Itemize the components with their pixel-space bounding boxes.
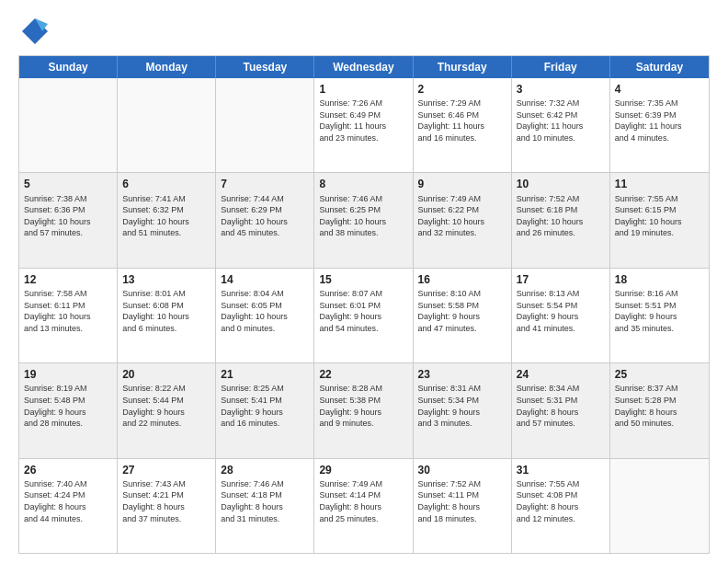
calendar-cell: 16Sunrise: 8:10 AM Sunset: 5:58 PM Dayli…	[414, 269, 512, 362]
calendar-cell: 19Sunrise: 8:19 AM Sunset: 5:48 PM Dayli…	[19, 363, 118, 457]
day-number: 25	[615, 367, 704, 382]
day-number: 18	[615, 272, 704, 287]
calendar-cell: 8Sunrise: 7:46 AM Sunset: 6:25 PM Daylig…	[314, 173, 413, 267]
day-number: 1	[319, 82, 407, 97]
cell-info: Sunrise: 8:31 AM Sunset: 5:34 PM Dayligh…	[418, 383, 506, 429]
day-number: 12	[24, 272, 112, 287]
calendar-cell: 27Sunrise: 7:43 AM Sunset: 4:21 PM Dayli…	[118, 459, 216, 553]
calendar-cell: 14Sunrise: 8:04 AM Sunset: 6:05 PM Dayli…	[216, 269, 314, 362]
calendar-cell: 5Sunrise: 7:38 AM Sunset: 6:36 PM Daylig…	[19, 173, 118, 267]
weekday-header: Monday	[118, 56, 216, 78]
cell-info: Sunrise: 7:55 AM Sunset: 6:15 PM Dayligh…	[615, 193, 704, 239]
day-number: 20	[122, 367, 210, 382]
calendar-cell: 29Sunrise: 7:49 AM Sunset: 4:14 PM Dayli…	[314, 459, 413, 553]
day-number: 23	[418, 367, 506, 382]
calendar-cell: 23Sunrise: 8:31 AM Sunset: 5:34 PM Dayli…	[414, 363, 512, 457]
calendar-row: 19Sunrise: 8:19 AM Sunset: 5:48 PM Dayli…	[19, 363, 709, 458]
cell-info: Sunrise: 7:58 AM Sunset: 6:11 PM Dayligh…	[24, 288, 112, 334]
calendar-row: 12Sunrise: 7:58 AM Sunset: 6:11 PM Dayli…	[19, 269, 709, 363]
cell-info: Sunrise: 8:16 AM Sunset: 5:51 PM Dayligh…	[615, 288, 704, 334]
calendar-cell: 4Sunrise: 7:35 AM Sunset: 6:39 PM Daylig…	[610, 78, 709, 172]
weekday-header: Saturday	[610, 56, 709, 78]
calendar-cell	[610, 459, 709, 553]
cell-info: Sunrise: 7:55 AM Sunset: 4:08 PM Dayligh…	[517, 478, 605, 524]
cell-info: Sunrise: 7:52 AM Sunset: 6:18 PM Dayligh…	[517, 193, 605, 239]
weekday-header: Wednesday	[314, 56, 413, 78]
calendar: SundayMondayTuesdayWednesdayThursdayFrid…	[18, 55, 710, 554]
calendar-cell: 20Sunrise: 8:22 AM Sunset: 5:44 PM Dayli…	[118, 363, 216, 457]
day-number: 31	[517, 463, 605, 477]
cell-info: Sunrise: 7:40 AM Sunset: 4:24 PM Dayligh…	[24, 478, 112, 524]
calendar-cell: 17Sunrise: 8:13 AM Sunset: 5:54 PM Dayli…	[512, 269, 610, 362]
day-number: 9	[418, 177, 506, 191]
calendar-cell: 6Sunrise: 7:41 AM Sunset: 6:32 PM Daylig…	[118, 173, 216, 267]
day-number: 13	[122, 272, 210, 287]
cell-info: Sunrise: 8:13 AM Sunset: 5:54 PM Dayligh…	[517, 288, 605, 334]
calendar-row: 26Sunrise: 7:40 AM Sunset: 4:24 PM Dayli…	[19, 459, 709, 553]
cell-info: Sunrise: 8:28 AM Sunset: 5:38 PM Dayligh…	[319, 383, 407, 429]
day-number: 5	[24, 177, 112, 191]
calendar-cell	[118, 78, 216, 172]
page: SundayMondayTuesdayWednesdayThursdayFrid…	[0, 0, 728, 563]
calendar-header: SundayMondayTuesdayWednesdayThursdayFrid…	[19, 56, 709, 78]
day-number: 7	[221, 177, 309, 191]
weekday-header: Thursday	[414, 56, 512, 78]
day-number: 6	[122, 177, 210, 191]
cell-info: Sunrise: 8:07 AM Sunset: 6:01 PM Dayligh…	[319, 288, 407, 334]
calendar-cell: 7Sunrise: 7:44 AM Sunset: 6:29 PM Daylig…	[216, 173, 314, 267]
calendar-cell	[216, 78, 314, 172]
day-number: 27	[122, 463, 210, 477]
weekday-header: Friday	[512, 56, 610, 78]
calendar-row: 5Sunrise: 7:38 AM Sunset: 6:36 PM Daylig…	[19, 173, 709, 268]
calendar-cell: 15Sunrise: 8:07 AM Sunset: 6:01 PM Dayli…	[314, 269, 413, 362]
cell-info: Sunrise: 7:46 AM Sunset: 6:25 PM Dayligh…	[319, 193, 407, 239]
day-number: 19	[24, 367, 112, 382]
cell-info: Sunrise: 7:32 AM Sunset: 6:42 PM Dayligh…	[517, 98, 605, 144]
day-number: 4	[615, 82, 704, 97]
day-number: 30	[418, 463, 506, 477]
cell-info: Sunrise: 7:44 AM Sunset: 6:29 PM Dayligh…	[221, 193, 309, 239]
calendar-cell: 30Sunrise: 7:52 AM Sunset: 4:11 PM Dayli…	[414, 459, 512, 553]
cell-info: Sunrise: 7:41 AM Sunset: 6:32 PM Dayligh…	[122, 193, 210, 239]
cell-info: Sunrise: 7:43 AM Sunset: 4:21 PM Dayligh…	[122, 478, 210, 524]
day-number: 8	[319, 177, 407, 191]
calendar-cell: 11Sunrise: 7:55 AM Sunset: 6:15 PM Dayli…	[610, 173, 709, 267]
weekday-header: Tuesday	[216, 56, 314, 78]
calendar-cell: 2Sunrise: 7:29 AM Sunset: 6:46 PM Daylig…	[414, 78, 512, 172]
calendar-cell: 28Sunrise: 7:46 AM Sunset: 4:18 PM Dayli…	[216, 459, 314, 553]
cell-info: Sunrise: 8:10 AM Sunset: 5:58 PM Dayligh…	[418, 288, 506, 334]
calendar-cell: 9Sunrise: 7:49 AM Sunset: 6:22 PM Daylig…	[414, 173, 512, 267]
day-number: 17	[517, 272, 605, 287]
cell-info: Sunrise: 8:25 AM Sunset: 5:41 PM Dayligh…	[221, 383, 309, 429]
cell-info: Sunrise: 7:46 AM Sunset: 4:18 PM Dayligh…	[221, 478, 309, 524]
cell-info: Sunrise: 7:29 AM Sunset: 6:46 PM Dayligh…	[418, 98, 506, 144]
calendar-cell: 13Sunrise: 8:01 AM Sunset: 6:08 PM Dayli…	[118, 269, 216, 362]
day-number: 10	[517, 177, 605, 191]
cell-info: Sunrise: 8:34 AM Sunset: 5:31 PM Dayligh…	[517, 383, 605, 429]
cell-info: Sunrise: 8:37 AM Sunset: 5:28 PM Dayligh…	[615, 383, 704, 429]
calendar-cell: 26Sunrise: 7:40 AM Sunset: 4:24 PM Dayli…	[19, 459, 118, 553]
cell-info: Sunrise: 7:38 AM Sunset: 6:36 PM Dayligh…	[24, 193, 112, 239]
cell-info: Sunrise: 7:26 AM Sunset: 6:49 PM Dayligh…	[319, 98, 407, 144]
calendar-cell: 31Sunrise: 7:55 AM Sunset: 4:08 PM Dayli…	[512, 459, 610, 553]
cell-info: Sunrise: 8:01 AM Sunset: 6:08 PM Dayligh…	[122, 288, 210, 334]
weekday-header: Sunday	[19, 56, 118, 78]
calendar-cell: 22Sunrise: 8:28 AM Sunset: 5:38 PM Dayli…	[314, 363, 413, 457]
calendar-row: 1Sunrise: 7:26 AM Sunset: 6:49 PM Daylig…	[19, 78, 709, 173]
cell-info: Sunrise: 8:19 AM Sunset: 5:48 PM Dayligh…	[24, 383, 112, 429]
day-number: 3	[517, 82, 605, 97]
calendar-cell: 3Sunrise: 7:32 AM Sunset: 6:42 PM Daylig…	[512, 78, 610, 172]
day-number: 28	[221, 463, 309, 477]
calendar-cell: 24Sunrise: 8:34 AM Sunset: 5:31 PM Dayli…	[512, 363, 610, 457]
cell-info: Sunrise: 8:22 AM Sunset: 5:44 PM Dayligh…	[122, 383, 210, 429]
calendar-body: 1Sunrise: 7:26 AM Sunset: 6:49 PM Daylig…	[19, 78, 709, 553]
calendar-cell: 12Sunrise: 7:58 AM Sunset: 6:11 PM Dayli…	[19, 269, 118, 362]
header	[18, 15, 710, 48]
logo	[18, 15, 55, 48]
cell-info: Sunrise: 7:49 AM Sunset: 4:14 PM Dayligh…	[319, 478, 407, 524]
calendar-cell: 18Sunrise: 8:16 AM Sunset: 5:51 PM Dayli…	[610, 269, 709, 362]
calendar-cell: 10Sunrise: 7:52 AM Sunset: 6:18 PM Dayli…	[512, 173, 610, 267]
day-number: 26	[24, 463, 112, 477]
calendar-cell	[19, 78, 118, 172]
day-number: 2	[418, 82, 506, 97]
